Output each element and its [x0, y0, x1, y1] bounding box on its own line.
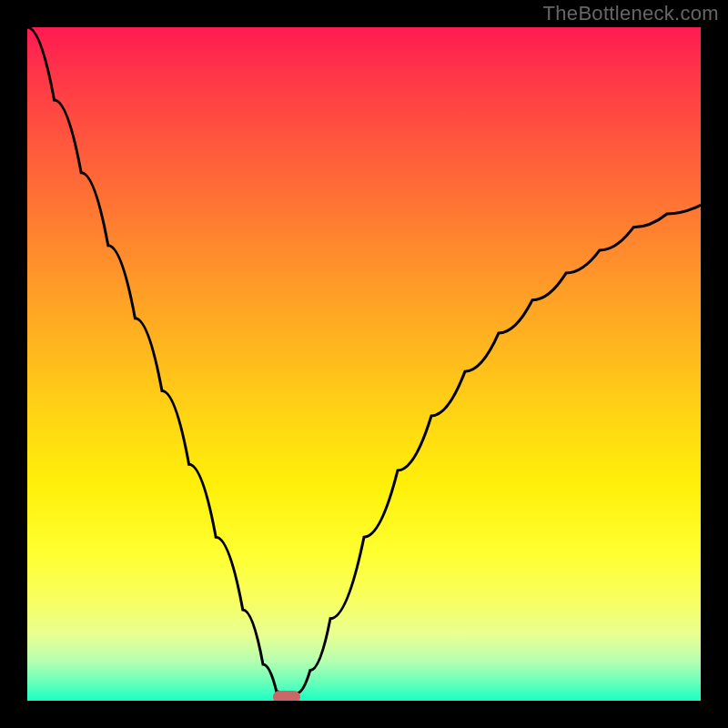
attribution-text: TheBottleneck.com: [543, 2, 719, 25]
curve-path: [27, 27, 701, 701]
plot-area: [27, 27, 701, 701]
bottleneck-curve: [27, 27, 701, 701]
minimum-marker: [273, 691, 300, 701]
chart-frame: TheBottleneck.com: [0, 0, 728, 728]
